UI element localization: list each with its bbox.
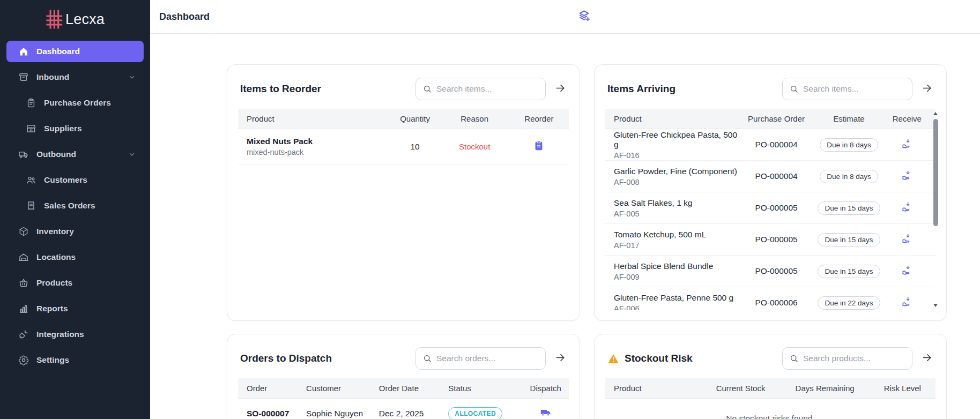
scroll-up-arrow[interactable] <box>933 112 938 115</box>
purchase-order-cell: PO-000005 <box>741 266 812 276</box>
table-header-row: OrderCustomerOrder DateStatusDispatch <box>238 378 569 399</box>
sidebar-item-outbound[interactable]: Outbound <box>6 144 144 165</box>
customer-name-cell: Sophie Nguyen <box>298 409 370 418</box>
sidebar-item-label: Dashboard <box>36 47 80 56</box>
product-cell: Mixed Nuts Packmixed-nuts-pack <box>238 137 390 156</box>
items-arriving-table: ProductPurchase OrderEstimateReceiveGlut… <box>605 109 936 310</box>
sidebar-item-reports[interactable]: Reports <box>6 298 144 319</box>
sidebar: Lecxa DashboardInboundPurchase OrdersSup… <box>0 0 150 419</box>
sidebar-item-label: Outbound <box>36 149 76 159</box>
table-row: Garlic Powder, Fine (Component)AF-008PO-… <box>605 161 936 192</box>
product-sku: AF-016 <box>614 151 741 160</box>
receive-button[interactable] <box>901 169 913 183</box>
users-icon <box>26 175 36 185</box>
product-name: Garlic Powder, Fine (Component) <box>614 167 741 176</box>
card-header: Items Arriving <box>605 65 936 109</box>
sidebar-item-inbound[interactable]: Inbound <box>6 66 144 88</box>
table-body: No stockout risks found. <box>605 399 936 419</box>
dispatch-button[interactable] <box>540 407 552 419</box>
sidebar-item-label: Settings <box>36 355 69 365</box>
product-cell: Gluten-Free Chickpea Pasta, 500 gAF-016 <box>605 130 741 160</box>
layers-plus-button[interactable] <box>577 9 591 25</box>
column-header-customer: Customer <box>298 384 370 393</box>
estimate-badge: Due in 15 days <box>818 233 880 246</box>
truck-filled-icon <box>540 407 552 419</box>
sidebar-nav: DashboardInboundPurchase OrdersSuppliers… <box>0 38 150 378</box>
product-sku: AF-006 <box>614 304 741 311</box>
open-arriving-list-button[interactable] <box>920 81 934 97</box>
logo: Lecxa <box>0 0 150 38</box>
reason: Stockout <box>459 142 490 151</box>
purchase-order: PO-000005 <box>755 266 797 275</box>
search-arriving-input[interactable] <box>803 84 907 94</box>
product-sku: mixed-nuts-pack <box>247 148 390 156</box>
hand-receive-icon <box>901 296 913 309</box>
column-header-status: Status <box>440 384 522 393</box>
column-header-risk-level: Risk Level <box>870 384 936 393</box>
sidebar-item-locations[interactable]: Locations <box>6 246 144 268</box>
sidebar-item-suppliers[interactable]: Suppliers <box>6 118 144 139</box>
receive-button[interactable] <box>901 233 913 246</box>
scrollbar[interactable] <box>932 110 939 309</box>
receive-button[interactable] <box>901 138 913 151</box>
purchase-order: PO-000005 <box>755 203 797 212</box>
sidebar-item-inventory[interactable]: Inventory <box>6 221 144 242</box>
items-to-reorder-table: ProductQuantityReasonReorderMixed Nuts P… <box>238 109 569 164</box>
column-header-quantity: Quantity <box>390 114 440 123</box>
order-date: Dec 2, 2025 <box>379 409 424 418</box>
search-items-input[interactable] <box>436 84 540 94</box>
page-title: Dashboard <box>159 11 210 23</box>
card-title: Items to Reorder <box>240 83 408 95</box>
arrow-right-icon <box>554 351 567 365</box>
sidebar-item-sales-orders[interactable]: Sales Orders <box>6 195 144 216</box>
receive-button[interactable] <box>901 201 913 214</box>
sidebar-item-integrations[interactable]: Integrations <box>6 324 144 345</box>
column-header-receive: Receive <box>886 114 928 123</box>
sidebar-item-products[interactable]: Products <box>6 272 144 294</box>
sidebar-item-label: Inbound <box>36 72 69 82</box>
estimate-badge: Due in 22 days <box>818 296 880 310</box>
purchase-order: PO-000004 <box>755 171 797 181</box>
table-row: Tomato Ketchup, 500 mLAF-017PO-000005Due… <box>605 224 936 256</box>
arrow-right-icon <box>921 82 933 96</box>
purchase-order-cell: PO-000006 <box>741 298 812 308</box>
estimate-badge-cell: Due in 8 days <box>812 170 886 183</box>
product-name: Gluten-Free Pasta, Penne 500 g <box>614 293 741 303</box>
estimate-badge-cell: Due in 15 days <box>812 265 886 278</box>
column-header-product: Product <box>605 384 701 393</box>
stockout-risk-table: ProductCurrent StockDays RemainingRisk L… <box>605 378 936 419</box>
column-header-order-date: Order Date <box>370 384 440 393</box>
scrollbar-thumb[interactable] <box>933 119 938 226</box>
open-dispatch-list-button[interactable] <box>553 350 568 366</box>
search-orders-input[interactable] <box>436 354 540 363</box>
open-stockout-list-button[interactable] <box>920 350 934 366</box>
sidebar-item-label: Customers <box>44 175 87 185</box>
scroll-down-arrow[interactable] <box>933 304 938 307</box>
layers-plus-icon <box>577 9 591 25</box>
reorder-button[interactable] <box>533 140 545 153</box>
topbar: Dashboard <box>150 0 980 34</box>
search-products-input[interactable] <box>803 354 907 363</box>
home-icon <box>18 46 29 57</box>
table-header-row: ProductCurrent StockDays RemainingRisk L… <box>605 378 936 399</box>
sidebar-item-purchase-orders[interactable]: Purchase Orders <box>6 92 144 114</box>
sidebar-item-settings[interactable]: Settings <box>6 349 144 371</box>
search-icon <box>789 84 799 94</box>
table-body: Gluten-Free Chickpea Pasta, 500 gAF-016P… <box>605 129 936 310</box>
sidebar-item-customers[interactable]: Customers <box>6 169 144 191</box>
quantity: 10 <box>410 142 419 151</box>
store-icon <box>26 123 36 134</box>
quantity-cell: 10 <box>390 142 440 152</box>
product-name: Sea Salt Flakes, 1 kg <box>614 198 741 208</box>
inbound-icon <box>18 72 29 83</box>
card-header: Orders to Dispatch <box>238 334 569 378</box>
open-reorder-list-button[interactable] <box>553 81 568 97</box>
column-header-product: Product <box>605 114 741 123</box>
reorder-button-cell <box>509 140 569 154</box>
receive-button[interactable] <box>901 296 913 309</box>
receive-button[interactable] <box>901 264 913 278</box>
plug-icon <box>18 329 29 340</box>
search-box <box>415 347 546 370</box>
sidebar-item-label: Integrations <box>36 330 84 339</box>
sidebar-item-dashboard[interactable]: Dashboard <box>6 41 144 62</box>
